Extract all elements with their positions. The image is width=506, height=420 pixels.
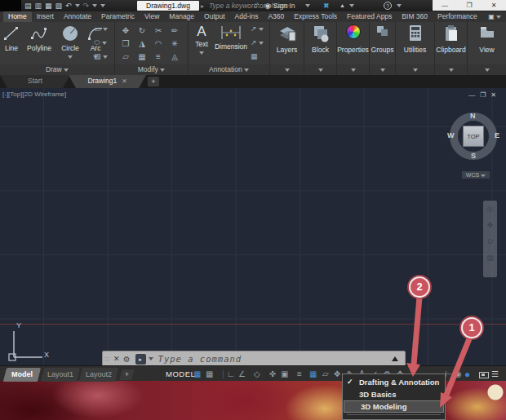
menu-item-3d-basics[interactable]: 3D Basics bbox=[343, 388, 445, 400]
command-input[interactable]: Type a command bbox=[158, 354, 242, 364]
command-history-up-icon[interactable] bbox=[392, 356, 398, 361]
tab-view[interactable]: View bbox=[140, 11, 164, 22]
new-drawing-button[interactable]: + bbox=[148, 77, 159, 86]
polar-tracking-icon[interactable]: ∠ bbox=[238, 369, 246, 380]
object-snap-tracking-icon[interactable]: ✜ bbox=[269, 369, 276, 380]
vp-restore-icon[interactable]: ❐ bbox=[480, 91, 490, 99]
fillet-icon[interactable]: ◠ bbox=[151, 38, 166, 50]
customization-menu-icon[interactable]: ☰ bbox=[491, 369, 499, 380]
close-button[interactable]: ✕ bbox=[482, 0, 506, 11]
viewcube-top-face[interactable]: TOP bbox=[463, 126, 484, 147]
tab-parametric[interactable]: Parametric bbox=[96, 11, 140, 22]
nav-wheel-icon[interactable]: ◎ bbox=[487, 205, 494, 213]
new-file-icon[interactable]: ▤ bbox=[24, 0, 32, 11]
command-customize-icon[interactable]: ⚙ bbox=[123, 355, 131, 364]
multileader-icon[interactable]: ↗ bbox=[251, 38, 264, 48]
array-icon[interactable]: ▦ bbox=[135, 51, 149, 63]
hatch-icon[interactable]: ▨ bbox=[94, 51, 108, 62]
tab-insert[interactable]: Insert bbox=[32, 11, 59, 22]
tab-express-tools[interactable]: Express Tools bbox=[289, 11, 342, 22]
new-layout-button[interactable]: + bbox=[119, 369, 134, 380]
dimension-button[interactable]: Dimension bbox=[214, 24, 248, 51]
command-caret-icon[interactable] bbox=[149, 357, 153, 360]
leader-icon[interactable]: ↗ bbox=[251, 24, 264, 34]
view-icon[interactable] bbox=[468, 24, 506, 39]
vp-close-icon[interactable]: ✕ bbox=[490, 91, 501, 99]
block-panel-caret[interactable] bbox=[304, 64, 336, 75]
view-panel-caret[interactable] bbox=[468, 64, 506, 75]
clipboard-label[interactable]: Clipboard bbox=[435, 46, 467, 54]
properties-label[interactable]: Properties bbox=[337, 46, 369, 54]
viewcube-west[interactable]: W bbox=[447, 131, 455, 139]
monitor-zoom-icon[interactable]: ◉ bbox=[455, 369, 462, 380]
ortho-toggle-icon[interactable]: ∟ bbox=[227, 369, 235, 380]
properties-icon[interactable] bbox=[337, 24, 369, 39]
stretch-icon[interactable]: ▱ bbox=[118, 51, 133, 63]
layout2-tab[interactable]: Layout2 bbox=[79, 368, 118, 382]
maximize-button[interactable]: ❐ bbox=[457, 0, 482, 11]
tab-a360[interactable]: A360 bbox=[263, 11, 289, 22]
wcs-dropdown[interactable]: WCS bbox=[462, 171, 490, 179]
nav-zoom-icon[interactable]: ⊙ bbox=[487, 237, 494, 245]
lineweight-icon[interactable]: ≡ bbox=[297, 369, 302, 380]
utilities-panel-caret[interactable] bbox=[396, 64, 434, 75]
model-space-label[interactable]: MODEL bbox=[166, 369, 195, 378]
viewcube-south[interactable]: S bbox=[471, 152, 476, 160]
block-icon[interactable] bbox=[304, 24, 336, 42]
a360-icon[interactable]: ✖ bbox=[323, 0, 330, 11]
grid-toggle-icon[interactable]: ▦ bbox=[193, 369, 201, 380]
vp-minimize-icon[interactable]: — bbox=[468, 91, 480, 99]
nav-pan-icon[interactable]: ✥ bbox=[487, 221, 494, 229]
groups-icon[interactable] bbox=[370, 24, 395, 38]
file-tab-drawing1[interactable]: Drawing1✕ bbox=[69, 75, 146, 88]
plot-icon[interactable]: ▧ bbox=[55, 0, 63, 11]
model-tab[interactable]: Model bbox=[3, 368, 41, 382]
tab-addins[interactable]: Add-ins bbox=[230, 11, 264, 22]
viewcube-east[interactable]: E bbox=[495, 131, 499, 139]
circle-button[interactable]: Circle bbox=[57, 24, 83, 60]
tab-performance[interactable]: Performance bbox=[433, 11, 482, 22]
clipboard-icon[interactable] bbox=[435, 24, 467, 42]
utilities-label[interactable]: Utilities bbox=[396, 46, 434, 54]
nav-orbit-icon[interactable]: ▤ bbox=[486, 254, 494, 262]
block-label[interactable]: Block bbox=[304, 46, 336, 54]
command-grip-icon[interactable]: ∷ bbox=[103, 356, 110, 360]
polyline-button[interactable]: Polyline bbox=[23, 24, 55, 52]
minimize-button[interactable]: — bbox=[433, 0, 457, 11]
tab-bim360[interactable]: BIM 360 bbox=[397, 11, 433, 22]
share-icon[interactable]: ▲ bbox=[340, 0, 345, 11]
layout1-tab[interactable]: Layout1 bbox=[41, 368, 80, 382]
command-line[interactable]: ∷ ✕ ⚙ ▸ Type a command bbox=[102, 351, 406, 367]
drawing-viewport[interactable]: [-][Top][2D Wireframe] —❐✕ N W E S TOP W… bbox=[0, 88, 506, 365]
tab-annotate[interactable]: Annotate bbox=[59, 11, 96, 22]
modify-panel-label[interactable]: Modify bbox=[115, 64, 188, 75]
annotation-panel-label[interactable]: Annotation bbox=[189, 64, 269, 75]
file-tab-close-icon[interactable]: ✕ bbox=[122, 77, 126, 85]
ellipse-icon[interactable]: ⬭ bbox=[94, 38, 107, 48]
title-expand-icon[interactable]: ▸ bbox=[201, 2, 204, 11]
tab-output[interactable]: Output bbox=[199, 11, 230, 22]
redo-icon[interactable]: ↷ bbox=[83, 0, 90, 11]
layers-panel-caret[interactable] bbox=[270, 64, 304, 75]
tab-manage[interactable]: Manage bbox=[164, 11, 199, 22]
navigation-bar[interactable]: ◎ ✥ ⊙ ▤ bbox=[483, 201, 497, 277]
properties-panel-caret[interactable] bbox=[337, 64, 369, 75]
utilities-icon[interactable] bbox=[396, 24, 434, 42]
transparency-icon[interactable]: ▦ bbox=[309, 369, 317, 380]
groups-panel-caret[interactable] bbox=[370, 64, 395, 75]
trim-icon[interactable]: ✂ bbox=[151, 24, 166, 37]
help-icon[interactable]: ? bbox=[384, 2, 392, 10]
offset-icon[interactable]: ≡ bbox=[151, 51, 166, 63]
rectangle-icon[interactable]: ▭ bbox=[94, 24, 108, 34]
move-icon[interactable]: ✥ bbox=[118, 24, 133, 37]
qat-customize-caret-icon[interactable] bbox=[100, 4, 105, 7]
erase-icon[interactable]: ✏ bbox=[167, 24, 182, 37]
text-button[interactable]: A Text bbox=[191, 24, 212, 56]
groups-label[interactable]: Groups bbox=[370, 46, 395, 54]
isolate-objects-icon[interactable]: ⊢ bbox=[445, 369, 452, 380]
explode-icon[interactable]: ✳ bbox=[167, 38, 182, 50]
viewport-controls-label[interactable]: [-][Top][2D Wireframe] bbox=[2, 91, 66, 98]
view-label[interactable]: View bbox=[468, 46, 506, 54]
layers-icon[interactable] bbox=[270, 24, 304, 42]
object-snap-icon[interactable]: ▣ bbox=[281, 369, 288, 380]
